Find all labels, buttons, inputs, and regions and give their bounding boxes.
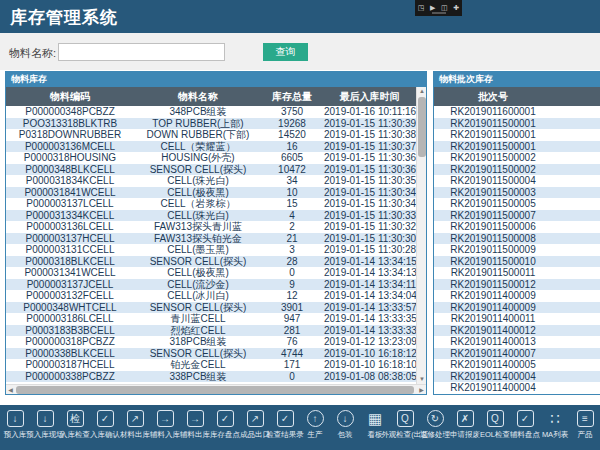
table-row[interactable]: P000003131CCELLCELL(墨玉黑)32019-01-15 11:3… [6,244,417,256]
table-row[interactable]: RK2019011500001TOP RUBBER(上部) [434,141,600,153]
table-row[interactable]: RK2019011500005SENSOR CELL(探头) [434,198,600,210]
toolbar-item-scrap-request[interactable]: ✗申请报废 [450,405,480,450]
overlay-icon[interactable]: ◳ [418,4,425,12]
vertical-scrollbar[interactable]: ▲ ▼ [416,87,426,384]
toolbar-item-ma-list[interactable]: ∷MA列表 [540,405,570,450]
toolbar-item-aux-material-inbound[interactable]: →辅料入库 [150,405,180,450]
toolbar-item-aux-material-count[interactable]: ✓辅料盘点 [510,405,540,450]
table-row[interactable]: RK2019011400004SENSOR CELL(探头) [434,382,600,394]
table-row[interactable]: P0000338BLKCELLSENSOR CELL(探头)47442019-0… [6,348,417,360]
table-row[interactable]: P000003186LCELL青川蓝CELL9472019-01-14 13:3… [6,313,417,325]
table-row[interactable]: RK2019011500001TOP RUBBER(上部) [434,129,600,141]
column-header[interactable]: 批次号 [434,87,552,106]
table-row[interactable]: RK2019011500007CELL(珠光白) [434,210,600,222]
table-cell: 16 [262,141,322,153]
overlay-divider [432,12,446,14]
overlay-icon[interactable]: ▶ [430,4,435,12]
toolbar-item-appearance-inspection[interactable]: Q外观检查(出货 [390,405,420,450]
table-row[interactable]: P000031841WCELLCELL(极夜黑)102019-01-15 11:… [6,187,417,199]
toolbar-item-material-outbound[interactable]: ↗材料出库 [120,405,150,450]
scroll-up-arrow-icon[interactable]: ▲ [417,87,427,96]
table-row[interactable]: P000003137HCELLFAW313探头铂光金212019-01-15 1… [6,233,417,245]
table-cell: CELL（岩浆棕） [552,233,600,245]
material-name-input[interactable] [58,43,225,61]
column-header[interactable]: 物料名称 [552,87,600,106]
table-row[interactable]: POO313318BLKTRBTOP RUBBER(上部)192682019-0… [6,118,417,130]
table-row[interactable]: P000000318PCBZZ318PCB组装762019-01-12 13:2… [6,336,417,348]
table-row[interactable]: RK2019011600001348PCB组装 [434,106,600,118]
table-row[interactable]: RK2019011500009CELL(珠光白) [434,244,600,256]
toolbar-item-stock-count[interactable]: ✓库存盘点 [210,405,240,450]
table-row[interactable]: RK2019011400009SENSOR CELL(探头) [434,290,600,302]
toolbar-item-eol-inspection[interactable]: QEOL检查 [480,405,510,450]
table-row[interactable]: RK2019011500011FAW313探头铂光金 [434,267,600,279]
table-row[interactable]: P000003136LCELLFAW313探头青川蓝22019-01-15 11… [6,221,417,233]
toolbar-item-finished-goods-out[interactable]: ↗成品出口 [240,405,270,450]
toolbar-item-product-archive[interactable]: ≡产品 [570,405,600,450]
table-row[interactable]: P000000338PCBZZ338PCB组装02019-01-08 08:38… [6,371,417,383]
table-row[interactable]: P000003187HCELL铂光金CELL1712019-01-10 16:1… [6,359,417,371]
table-row[interactable]: RK2019011400004SENSOR CELL(探头) [434,371,600,383]
table-row[interactable]: P0003183B3BCELL烈焰红CELL2812019-01-14 13:3… [6,325,417,337]
table-row[interactable]: RK2019011400005CELL（岩浆棕） [434,359,600,371]
column-header[interactable]: 物料名称 [134,87,262,106]
toolbar-item-pre-inbound[interactable]: ↓预入库 [0,405,30,450]
table-row[interactable]: RK2019011400013CELL（荣耀蓝） [434,336,600,348]
table-row[interactable]: RK2019011500008CELL（岩浆棕） [434,233,600,245]
table-row[interactable]: RK2019011500012CELL(墨玉黑) [434,279,600,291]
scrollbar-thumb[interactable] [418,97,426,157]
table-cell: DOWN RUBBER(下部) [552,164,600,176]
clipboard-check-icon: ✓ [97,410,114,427]
table-cell: CELL(珠光白) [552,244,600,256]
table-row[interactable]: P0000348BLKCELLSENSOR CELL(探头)104722019-… [6,164,417,176]
table-row[interactable]: RK2019011500006CELL(极夜黑) [434,221,600,233]
table-row[interactable]: P0000318HOUSINGHOUSING(外壳)66052019-01-15… [6,152,417,164]
toolbar-item-packaging[interactable]: ↓包装 [330,405,360,450]
table-row[interactable]: P000003132FCELLCELL(冰川白)122019-01-14 13:… [6,290,417,302]
table-row[interactable]: P0000318BLKCELLSENSOR CELL(探头)282019-01-… [6,256,417,268]
table-cell: RK2019011400007 [434,348,552,360]
table-row[interactable]: RK2019011500002DOWN RUBBER(下部) [434,152,600,164]
table-row[interactable]: P000031341WCELLCELL(极夜黑)02019-01-14 13:3… [6,267,417,279]
search-bar: 物料名称: 查询 [0,33,600,70]
scroll-down-arrow-icon[interactable]: ▼ [417,375,427,384]
table-row[interactable]: RK2019011500001TOP RUBBER(上部) [434,118,600,130]
toolbar-item-rework-handling[interactable]: ↻返修处理 [420,405,450,450]
table-row[interactable]: P0318DOWNRUBBERDOWN RUBBER(下部)145202019-… [6,129,417,141]
toolbar-item-production[interactable]: ↑生产 [300,405,330,450]
toolbar-item-aux-material-outbound[interactable]: →辅料出库 [180,405,210,450]
toolbar-item-inbound-confirm[interactable]: ✓入库确认 [90,405,120,450]
toolbar-item-inspection-result-entry[interactable]: ✓检查结果录 [270,405,300,450]
column-header[interactable]: 最后入库时间 [322,87,417,106]
table-row[interactable]: P000031334KCELLCELL(珠光白)42019-01-15 11:3… [6,210,417,222]
table-row[interactable]: P000003136MCELLCELL（荣耀蓝）162019-01-15 11:… [6,141,417,153]
table-row[interactable]: RK2019011400011CELL(流沙金) [434,313,600,325]
column-header[interactable]: 物料编码 [6,87,134,106]
table-row[interactable]: RK2019011400009SENSOR CELL(探头) [434,302,600,314]
table-row[interactable]: RK2019011400012FAW313探头铂光金 [434,325,600,337]
table-row[interactable]: RK2019011500003HOUSING(外壳) [434,187,600,199]
overlay-icon[interactable]: ✚ [453,4,459,12]
table-row[interactable]: P000031834KCELLCELL(珠光白)342019-01-15 11:… [6,175,417,187]
toolbar-item-pre-inbound-site[interactable]: ↓预入库现场 [30,405,60,450]
microscope-icon: Q [487,410,504,427]
table-cell: 2019-01-14 13:34:04 [322,290,417,302]
table-row[interactable]: RK2019011500010FAW313探头青川蓝 [434,256,600,268]
query-button[interactable]: 查询 [263,43,308,61]
toolbar-item-kanban[interactable]: ▦看板 [360,405,390,450]
column-header[interactable]: 库存总量 [262,87,322,106]
scrollbar-thumb[interactable] [16,386,414,394]
table-row[interactable]: RK2019011400007CELL(冰川白) [434,348,600,360]
scroll-left-arrow-icon[interactable]: ◀ [6,385,15,395]
table-row[interactable]: P000003137JCELLCELL(流沙金)92019-01-14 13:3… [6,279,417,291]
horizontal-scrollbar[interactable]: ◀ ▶ [6,384,426,394]
toolbar-item-inbound-inspection[interactable]: 检入库检查 [60,405,90,450]
table-row[interactable]: P000000348PCBZZ348PCB组装37502019-01-16 10… [6,106,417,118]
table-row[interactable]: RK2019011500004CELL（荣耀蓝） [434,175,600,187]
table-row[interactable]: P0000348WHTCELLSENSOR CELL(探头)39012019-0… [6,302,417,314]
table-row[interactable]: RK2019011500002DOWN RUBBER(下部) [434,164,600,176]
overlay-icon[interactable]: ◫ [441,4,448,12]
table-cell: CELL(极夜黑) [134,187,262,199]
table-row[interactable]: P000003137LCELLCELL（岩浆棕）152019-01-15 11:… [6,198,417,210]
scroll-right-arrow-icon[interactable]: ▶ [417,385,426,395]
